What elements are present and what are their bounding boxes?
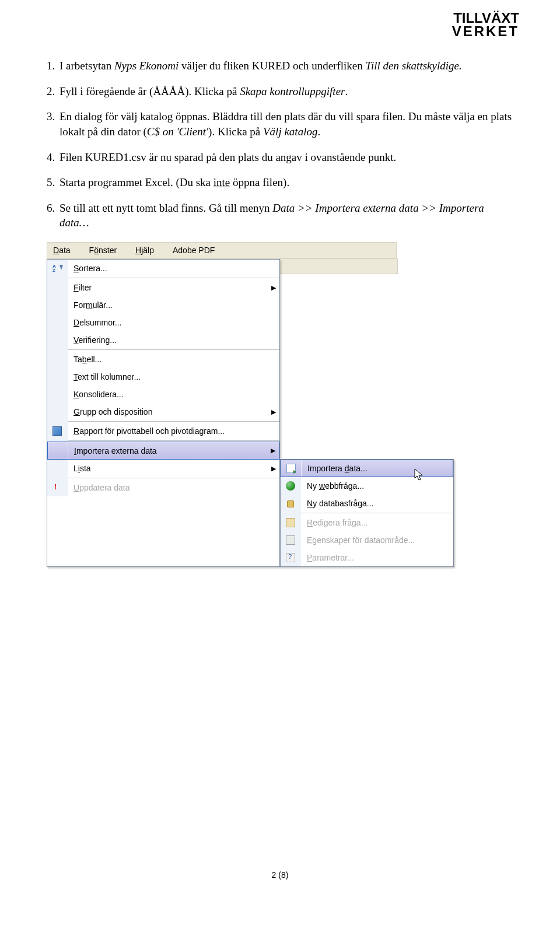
step-4: 4. Filen KURED1.csv är nu sparad på den … [47,150,513,165]
import-data-icon [286,464,296,473]
menu-validation[interactable]: Verifiering... [47,331,279,349]
data-menu-dropdown: AZ Sortera... Filter ▶ Formulär... Delsu… [47,259,280,567]
menu-text-to-columns[interactable]: Text till kolumner... [47,368,279,386]
sort-az-icon: AZ [52,264,62,273]
pivot-icon [52,426,62,436]
submenu-arrow-icon: ▶ [267,447,279,454]
excel-screenshot: Data Fönster Hjälp Adobe PDF AZ Sortera.… [47,242,513,567]
menu-table[interactable]: Tabell... [47,351,279,368]
menu-refresh-data: ! Uppdatera data [47,479,279,496]
step-5: 5. Starta programmet Excel. (Du ska inte… [47,175,513,190]
menu-pivot-report[interactable]: Rapport för pivottabell och pivotdiagram… [47,422,279,440]
menu-adobe[interactable]: Adobe PDF [170,244,217,256]
step-3: 3. En dialog för välj katalog öppnas. Bl… [47,109,513,139]
logo-line2: VERKET [452,25,519,38]
menu-list[interactable]: Lista ▶ [47,460,279,477]
menubar: Data Fönster Hjälp Adobe PDF [47,242,397,258]
menu-consolidate[interactable]: Konsolidera... [47,386,279,403]
edit-query-icon [286,518,295,527]
submenu-arrow-icon: ▶ [268,465,279,472]
menu-group-outline[interactable]: Grupp och disposition ▶ [47,403,279,421]
step-2: 2. Fyll i föregående år (ÅÅÅÅ). Klicka p… [47,84,513,99]
submenu-arrow-icon: ▶ [268,408,279,416]
step-6: 6. Se till att ett nytt tomt blad finns.… [47,201,513,230]
globe-icon [286,481,295,491]
page-number: 2 (8) [47,870,513,880]
menu-import-external-data[interactable]: Importera externa data ▶ [47,442,279,460]
menu-sort[interactable]: AZ Sortera... [47,260,279,277]
menu-data[interactable]: Data [51,244,73,256]
properties-icon [286,535,295,545]
parameters-icon [286,553,295,562]
submenu-arrow-icon: ▶ [268,284,279,292]
logo: TILLVÄXT VERKET [452,12,519,38]
submenu-import-data[interactable]: Importera data... [281,460,453,477]
submenu-edit-query: Redigera fråga... [281,514,453,531]
menu-subtotals[interactable]: Delsummor... [47,314,279,331]
refresh-icon: ! [52,483,62,492]
submenu-parameters: Parametrar... [281,549,453,566]
step-1: 1. I arbetsytan Nyps Ekonomi väljer du f… [47,58,513,73]
instructions: 1. I arbetsytan Nyps Ekonomi väljer du f… [47,58,513,230]
menu-help[interactable]: Hjälp [133,244,156,256]
submenu-new-db-query[interactable]: Ny databasfråga... [281,495,453,512]
menu-form[interactable]: Formulär... [47,296,279,314]
submenu-new-web-query[interactable]: Ny webbfråga... [281,477,453,495]
database-icon [286,499,295,508]
submenu-data-range-properties: Egenskaper för dataområde... [281,531,453,549]
menu-filter[interactable]: Filter ▶ [47,279,279,296]
menu-window[interactable]: Fönster [87,244,119,256]
import-submenu: Importera data... Ny webbfråga... Ny dat… [280,459,454,567]
